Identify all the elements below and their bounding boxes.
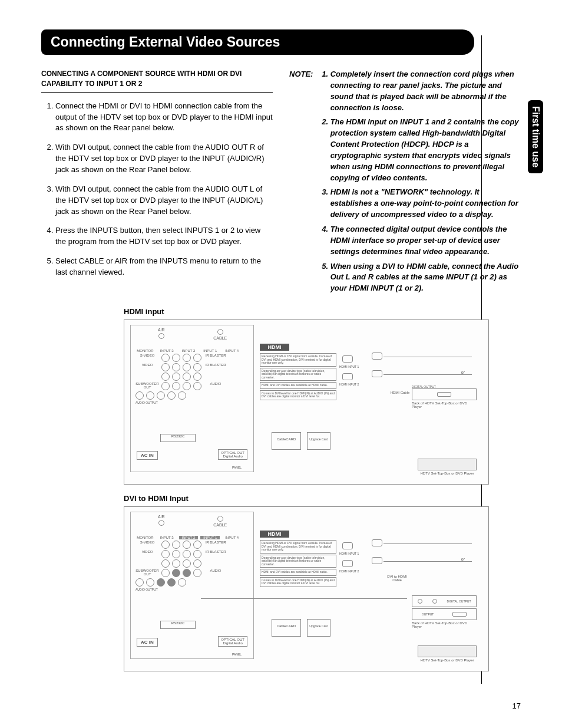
hdmi-cable-label: HDMI Cable: [388, 391, 412, 394]
diagram-dvi-section: DVI to HDMI Input AIR CABLE MONITORINPUT…: [41, 494, 521, 671]
cable-connector-icon: [217, 329, 223, 335]
or-label-1: or: [461, 370, 465, 374]
hdmi-ext-port-1: [372, 353, 382, 360]
or-label-2: or: [461, 557, 465, 561]
back-of-device-1: DIGITAL OUTPUT Back of HDTV Set-Top-Box …: [412, 385, 477, 409]
hdmi-desc-1: Receiving HDMI or DVI signal from outsid…: [260, 353, 336, 367]
hdmi-ext-port-2: [372, 370, 382, 377]
hdmi-input-2-label: HDMI INPUT 2: [339, 383, 359, 386]
optical-out: OPTICAL OUT Digital Audio: [218, 449, 247, 460]
page-title-bar: Connecting External Video Sources: [41, 29, 474, 55]
audio-output-label: AUDIO OUTPUT: [135, 401, 242, 404]
hdmi-input-2-port-2: [342, 560, 353, 567]
cablecard-slot-2: CableCARD: [272, 619, 301, 637]
note-4: The connected digital output device cont…: [330, 224, 520, 258]
hdmi-input-1-port: [342, 355, 353, 363]
settop-device-2: HDTV Set-Top-Box or DVD Player: [418, 645, 477, 662]
settop-label-2: HDTV Set-Top-Box or DVD Player: [418, 658, 477, 662]
diagram-hdmi: AIR CABLE MONITORINPUT 3INPUT 2INPUT 1IN…: [124, 319, 489, 485]
hdmi-logo-icon: HDMI: [260, 344, 289, 351]
hdmi-desc-2: Depending on your device type (cable tel…: [260, 368, 336, 381]
cablecard-slot: CableCARD: [272, 432, 301, 450]
content-columns: CONNECTING A COMPONENT SOURCE WITH HDMI …: [41, 69, 521, 298]
note-list: Completely insert the connection cord pl…: [320, 69, 520, 298]
page-number: 17: [513, 701, 521, 710]
hdmi-input-1-label: HDMI INPUT 1: [339, 365, 359, 368]
section-heading: CONNECTING A COMPONENT SOURCE WITH HDMI …: [41, 69, 273, 93]
jack-grid-1: MONITORINPUT 3INPUT 2INPUT 1INPUT 4 S-VI…: [135, 349, 242, 404]
ac-in-label-2: AC IN: [137, 638, 158, 647]
step-2: With DVI output, connect the cable from …: [55, 142, 273, 176]
settop-device-1: HDTV Set-Top-Box or DVD Player: [418, 459, 477, 475]
audio-cable-line-icon: [201, 598, 407, 599]
cable-label: CABLE: [213, 336, 227, 340]
rear-panel-2: AIR CABLE MONITORINPUT 3INPUT 2INPUT 1IN…: [130, 512, 254, 659]
upgrade-slot-2: Upgrade Card: [307, 619, 330, 637]
diagram-hdmi-section: HDMI input AIR CABLE MONITORINPUT 3INPUT…: [41, 307, 521, 485]
step-5: Select CABLE or AIR from the INPUTS menu…: [55, 256, 273, 278]
side-tab-label: First time use: [531, 106, 541, 167]
rs232-port-2: RS232C: [160, 621, 196, 629]
back-of-device-2: DIGITAL OUTPUT OUTPUT Back of HDTV Set-T…: [412, 595, 477, 628]
diagram-hdmi-title: HDMI input: [124, 307, 521, 316]
air-label: AIR: [158, 328, 165, 332]
rear-panel-1: AIR CABLE MONITORINPUT 3INPUT 2INPUT 1IN…: [130, 325, 254, 472]
left-column: CONNECTING A COMPONENT SOURCE WITH HDMI …: [41, 69, 273, 298]
hdmi-desc-4: Comes in DVI level for one HDMI(IN) at A…: [260, 390, 336, 400]
right-column: NOTE: Completely insert the connection c…: [289, 69, 521, 298]
step-1: Connect the HDMI or DVI to HDMI connecti…: [55, 101, 273, 134]
back-of-label-1: Back of HDTV Set-Top-Box or DVD Player: [412, 401, 477, 409]
jack-grid-2: MONITORINPUT 3INPUT 2INPUT 1INPUT 4 S-VI…: [135, 536, 242, 591]
hdmi-desc-3: HDMI and DVI cables are available at HDM…: [260, 382, 336, 389]
note-label: NOTE:: [289, 69, 318, 80]
step-3: With DVI output, connect the cable from …: [55, 184, 273, 218]
diagram-dvi-title: DVI to HDMI Input: [124, 494, 521, 503]
hdmi-input-2-port: [342, 373, 353, 380]
steps-list: Connect the HDMI or DVI to HDMI connecti…: [41, 101, 273, 278]
upgrade-slot: Upgrade Card: [307, 432, 330, 450]
note-3: HDMI is not a "NETWORK" technology. It e…: [330, 187, 520, 220]
air-connector-icon: [158, 333, 164, 339]
page-title: Connecting External Video Sources: [51, 34, 280, 50]
panel-label: PANEL: [232, 466, 242, 469]
hdmi-logo-icon-2: HDMI: [260, 531, 289, 538]
note-1: Completely insert the connection cord pl…: [330, 69, 520, 113]
optical-out-2: OPTICAL OUT Digital Audio: [218, 636, 247, 647]
ac-in-label: AC IN: [137, 451, 158, 460]
dvi-cable-label: DVI to HDMI Cable: [382, 575, 412, 582]
cable-line-icon: [384, 357, 472, 357]
cable-line-icon: [384, 543, 472, 544]
settop-label-1: HDTV Set-Top-Box or DVD Player: [418, 472, 477, 475]
side-tab: First time use: [528, 100, 543, 173]
step-4: Press the INPUTS button, then select INP…: [55, 225, 273, 248]
cable-line-icon: [384, 561, 472, 562]
cable-label-2: CABLE: [213, 523, 227, 527]
diagram-dvi: AIR CABLE MONITORINPUT 3INPUT 2INPUT 1IN…: [124, 506, 489, 671]
hdmi-panel-2: HDMI Receiving HDMI or DVI signal from o…: [260, 531, 336, 588]
rs232-port: RS232C: [160, 434, 196, 442]
air-label-2: AIR: [158, 515, 165, 519]
hdmi-input-1-port-2: [342, 542, 353, 549]
cable-line-icon: [384, 374, 472, 375]
note-2: The HDMI input on INPUT 1 and 2 contains…: [330, 117, 520, 183]
hdmi-panel-1: HDMI Receiving HDMI or DVI signal from o…: [260, 344, 336, 401]
back-of-label-2: Back of HDTV Set-Top-Box or DVD Player: [412, 621, 477, 628]
note-5: When using a DVI to HDMI cable, connect …: [330, 261, 520, 295]
